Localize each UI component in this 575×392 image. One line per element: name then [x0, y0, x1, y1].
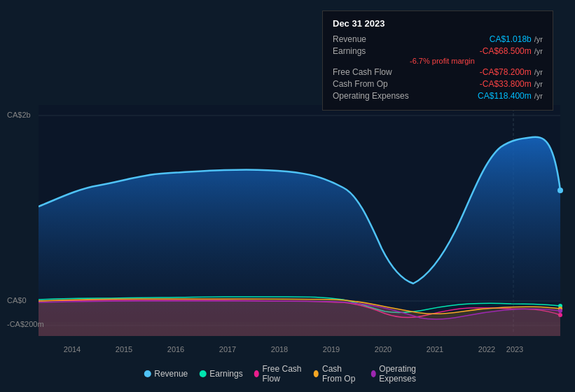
tooltip-period-revenue: /yr	[534, 35, 543, 43]
tooltip-row-fcf: Free Cash Flow -CA$78.200m /yr	[333, 67, 543, 77]
x-label-2016: 2016	[167, 345, 184, 354]
tooltip-value-cfo: -CA$33.800m	[480, 79, 532, 89]
tooltip-value-earnings: -CA$68.500m	[480, 46, 532, 56]
x-label-2018: 2018	[271, 345, 288, 354]
chart-container: CA$2b CA$0 -CA$200m 2014 2015 2016 2017 …	[0, 0, 575, 392]
tooltip-period-earnings: /yr	[534, 47, 543, 55]
tooltip-row-cfo: Cash From Op -CA$33.800m /yr	[333, 79, 543, 89]
tooltip-value-opex: CA$118.400m	[478, 91, 532, 101]
legend-label-revenue: Revenue	[154, 369, 188, 379]
legend-item-earnings[interactable]: Earnings	[199, 369, 242, 379]
legend-label-cfo: Cash From Op	[322, 364, 360, 384]
legend-label-opex: Operating Expenses	[379, 364, 431, 384]
x-label-2014: 2014	[64, 345, 81, 354]
legend-label-fcf: Free Cash Flow	[262, 364, 303, 384]
tooltip-period-opex: /yr	[534, 92, 543, 100]
tooltip: Dec 31 2023 Revenue CA$1.018b /yr Earnin…	[322, 10, 553, 111]
tooltip-row-revenue: Revenue CA$1.018b /yr	[333, 34, 543, 44]
tooltip-label-opex: Operating Expenses	[333, 91, 410, 101]
legend-item-opex[interactable]: Operating Expenses	[370, 364, 431, 384]
legend-dot-opex	[370, 370, 375, 377]
tooltip-label-revenue: Revenue	[333, 34, 410, 44]
tooltip-period-cfo: /yr	[534, 80, 543, 88]
tooltip-profit-margin-row: -6.7% profit margin	[410, 57, 543, 65]
x-label-2020: 2020	[375, 345, 392, 354]
legend-label-earnings: Earnings	[209, 369, 242, 379]
legend-dot-revenue	[144, 370, 151, 377]
legend: Revenue Earnings Free Cash Flow Cash Fro…	[144, 364, 431, 384]
x-label-2017: 2017	[219, 345, 236, 354]
x-label-2019: 2019	[323, 345, 340, 354]
y-label-0: CA$0	[7, 296, 27, 304]
tooltip-value-revenue: CA$1.018b	[490, 34, 532, 44]
y-label-2b: CA$2b	[7, 111, 31, 119]
legend-item-cfo[interactable]: Cash From Op	[314, 364, 359, 384]
legend-dot-fcf	[254, 370, 259, 377]
y-label-neg200m: -CA$200m	[7, 320, 44, 328]
tooltip-value-fcf: -CA$78.200m	[480, 67, 532, 77]
legend-dot-cfo	[314, 370, 319, 377]
tooltip-period-fcf: /yr	[534, 68, 543, 76]
svg-point-7	[557, 188, 563, 193]
tooltip-label-fcf: Free Cash Flow	[333, 67, 410, 77]
tooltip-profit-margin: -6.7% profit margin	[410, 57, 475, 65]
x-label-2023: 2023	[506, 345, 523, 354]
legend-dot-earnings	[199, 370, 206, 377]
tooltip-label-earnings: Earnings	[333, 46, 410, 56]
tooltip-label-cfo: Cash From Op	[333, 79, 410, 89]
x-label-2015: 2015	[116, 345, 132, 354]
legend-item-revenue[interactable]: Revenue	[144, 369, 188, 379]
tooltip-row-opex: Operating Expenses CA$118.400m /yr	[333, 91, 543, 101]
svg-point-11	[558, 309, 562, 313]
legend-item-fcf[interactable]: Free Cash Flow	[254, 364, 303, 384]
x-label-2021: 2021	[427, 345, 443, 354]
x-label-2022: 2022	[478, 345, 495, 354]
tooltip-row-earnings: Earnings -CA$68.500m /yr	[333, 46, 543, 56]
tooltip-title: Dec 31 2023	[333, 18, 543, 29]
